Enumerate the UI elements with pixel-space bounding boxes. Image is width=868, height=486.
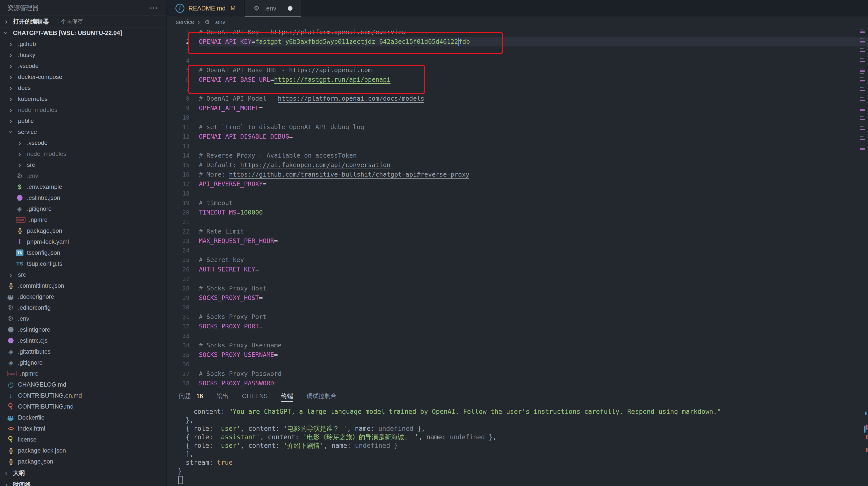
tree-item[interactable]: ›.github — [0, 38, 166, 50]
code-line[interactable]: 22# Rate Limit — [167, 227, 868, 236]
code-line[interactable]: 34# Socks Proxy Username — [167, 341, 868, 350]
code-line[interactable]: 38SOCKS_PROXY_PASSWORD= — [167, 379, 868, 388]
tree-item[interactable]: {}.commitlintrc.json — [0, 280, 166, 291]
code-line[interactable]: 16# More: https://github.com/transitive-… — [167, 170, 868, 179]
tree-item[interactable]: ↓CONTRIBUTING.en.md — [0, 390, 166, 401]
code-line[interactable]: 36 — [167, 360, 868, 369]
tree-item[interactable]: ⚙.editorconfig — [0, 302, 166, 313]
code-text: # Default: https://ai.fakeopen.com/api/c… — [199, 160, 868, 170]
code-line[interactable]: 23MAX_REQUEST_PER_HOUR= — [167, 236, 868, 246]
explorer-title: 资源管理器 — [7, 4, 39, 12]
panel-tab-output[interactable]: 输出 — [217, 388, 228, 404]
code-line[interactable]: 33 — [167, 331, 868, 341]
code-line[interactable]: 29SOCKS_PROXY_HOST= — [167, 293, 868, 303]
tree-item[interactable]: ›service — [0, 126, 166, 137]
tree-item[interactable]: npm.npmrc — [0, 214, 166, 225]
minimap-mark — [860, 99, 865, 101]
tree-item[interactable]: ◈.gitignore — [0, 357, 166, 368]
tree-item[interactable]: ›.vscode — [0, 137, 166, 148]
panel-tab-gitlens[interactable]: GITLENS — [242, 388, 268, 404]
code-line[interactable]: 14# Reverse Proxy - Available on accessT… — [167, 151, 868, 160]
breadcrumb-env[interactable]: .env — [214, 19, 225, 26]
open-editors-section[interactable]: › 打开的编辑器 1 个未保存 — [0, 16, 166, 27]
line-number: 11 — [167, 124, 199, 131]
panel-tab-debug-console[interactable]: 调试控制台 — [307, 388, 336, 404]
tree-item[interactable]: ›docker-compose — [0, 72, 166, 82]
code-line[interactable]: 21 — [167, 217, 868, 227]
tree-item[interactable]: ›src — [0, 159, 166, 170]
tree-item[interactable]: {}package.json — [0, 456, 166, 467]
panel-tab-problems[interactable]: 问题 16 — [179, 388, 203, 404]
tree-item[interactable]: .dockerignore — [0, 291, 166, 302]
code-line[interactable]: 4 — [167, 56, 868, 65]
code-line[interactable]: 13 — [167, 141, 868, 151]
project-root-section[interactable]: › CHATGPT-WEB [WSL: UBUNTU-22.04] — [0, 27, 166, 38]
terminal-line: { role: 'user', content: '介绍下剧情', name: … — [178, 441, 868, 450]
tree-item[interactable]: $.env.example — [0, 181, 166, 192]
code-line[interactable]: 19# timeout — [167, 198, 868, 208]
timeline-section[interactable]: › 时间线 — [0, 479, 166, 486]
minimap-mark — [860, 78, 864, 78]
timeline-label: 时间线 — [13, 481, 31, 486]
code-line[interactable]: 32SOCKS_PROXY_PORT= — [167, 322, 868, 331]
breadcrumb-service[interactable]: service — [176, 19, 194, 26]
code-line[interactable]: 25# Secret key — [167, 255, 868, 265]
tree-item[interactable]: ⚙.env — [0, 313, 166, 324]
code-line[interactable]: 27 — [167, 274, 868, 284]
tree-item[interactable]: ›docs — [0, 82, 166, 93]
code-line[interactable]: 20TIMEOUT_MS=100000 — [167, 208, 868, 217]
code-line[interactable]: 11# set `true` to disable OpenAI API deb… — [167, 122, 868, 132]
code-line[interactable]: 26AUTH_SECRET_KEY= — [167, 265, 868, 274]
code-line[interactable]: 30 — [167, 303, 868, 312]
chevron-right-icon: › — [7, 271, 14, 279]
code-line[interactable]: 28# Socks Proxy Host — [167, 284, 868, 293]
tree-item[interactable]: ◈.gitignore — [0, 203, 166, 214]
tree-item[interactable]: ›.vscode — [0, 60, 166, 72]
tree-item[interactable]: ›src — [0, 269, 166, 280]
tree-item[interactable]: ›public — [0, 115, 166, 126]
tree-item[interactable]: TStsup.config.ts — [0, 258, 166, 269]
code-text: # timeout — [199, 198, 868, 208]
code-line[interactable]: 37# Socks Proxy Password — [167, 369, 868, 379]
tree-item[interactable]: {}package-lock.json — [0, 445, 166, 456]
tree-item[interactable]: ›.husky — [0, 50, 166, 60]
tree-item[interactable]: npm.npmrc — [0, 368, 166, 379]
minimap[interactable] — [858, 27, 868, 388]
tab-readme[interactable]: i README.md M — [167, 0, 245, 17]
tree-item[interactable]: .eslintrc.json — [0, 192, 166, 203]
ellipsis-icon[interactable]: ⋯ — [150, 5, 159, 10]
tree-item-label: .husky — [18, 52, 35, 58]
tree-item[interactable]: ◷CHANGELOG.md — [0, 379, 166, 390]
tree-item[interactable]: license — [0, 434, 166, 445]
tree-item[interactable]: <>index.html — [0, 423, 166, 434]
tree-item[interactable]: .eslintrc.cjs — [0, 335, 166, 346]
code-line[interactable]: 24 — [167, 246, 868, 255]
tree-item[interactable]: ›node_modules — [0, 105, 166, 115]
dirty-indicator[interactable] — [288, 6, 292, 11]
tree-item[interactable]: ›kubernetes — [0, 93, 166, 105]
code-line[interactable]: 31# Socks Proxy Port — [167, 312, 868, 322]
tree-item[interactable]: ›node_modules — [0, 148, 166, 159]
tab-env[interactable]: ⚙ .env — [245, 0, 301, 17]
exclaim-icon: ! — [16, 238, 24, 246]
code-line[interactable]: 12OPENAI_API_DISABLE_DEBUG= — [167, 132, 868, 141]
tree-item[interactable]: TStsconfig.json — [0, 247, 166, 258]
panel-tab-terminal[interactable]: 终端 — [281, 388, 293, 404]
code-line[interactable]: 35SOCKS_PROXY_USERNAME= — [167, 350, 868, 360]
code-text — [199, 303, 868, 312]
code-line[interactable]: 9OPENAI_API_MODEL= — [167, 104, 868, 113]
tree-item[interactable]: !pnpm-lock.yaml — [0, 236, 166, 247]
tree-item[interactable]: Dockerfile — [0, 412, 166, 423]
tree-item[interactable]: ◈.gitattributes — [0, 346, 166, 357]
code-line[interactable]: 15# Default: https://ai.fakeopen.com/api… — [167, 160, 868, 170]
tree-item[interactable]: CONTRIBUTING.md — [0, 401, 166, 412]
terminal-output[interactable]: content: "You are ChatGPT, a large langu… — [167, 404, 868, 484]
code-line[interactable]: 17API_REVERSE_PROXY= — [167, 179, 868, 189]
code-line[interactable]: 8# OpenAI API Model - https://platform.o… — [167, 94, 868, 104]
outline-section[interactable]: › 大纲 — [0, 467, 166, 479]
tree-item[interactable]: .eslintignore — [0, 324, 166, 335]
tree-item[interactable]: ⚙.env — [0, 170, 166, 181]
code-line[interactable]: 10 — [167, 113, 868, 122]
tree-item[interactable]: {}package.json — [0, 225, 166, 236]
code-line[interactable]: 18 — [167, 189, 868, 198]
